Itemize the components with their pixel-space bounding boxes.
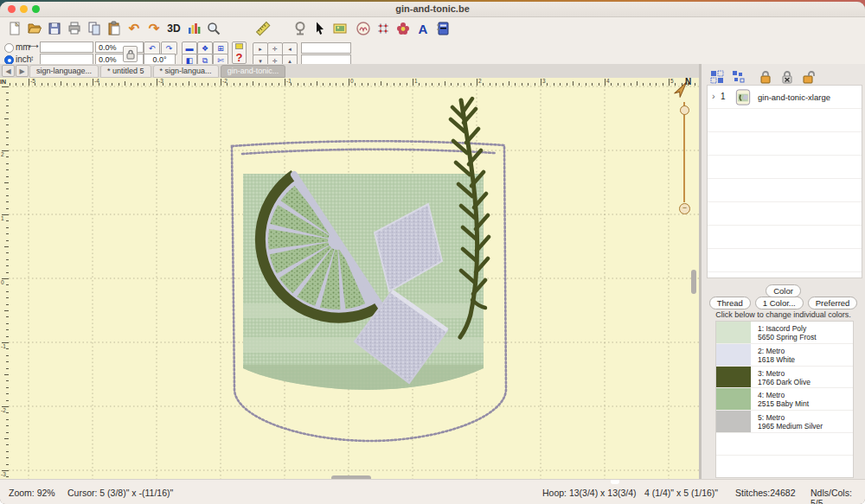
tab-3[interactable]: * sign-langua... [153, 65, 219, 78]
design-row-empty[interactable] [708, 249, 862, 272]
print-icon[interactable] [65, 19, 84, 38]
statusbar-notch [611, 480, 619, 484]
color-code: 1766 Dark Olive [758, 378, 811, 386]
lock-x-icon[interactable] [778, 69, 796, 85]
tab-scroll-left-button[interactable]: ◀ [2, 65, 15, 77]
new-document-icon[interactable] [5, 19, 24, 38]
design-row-empty[interactable] [708, 226, 862, 249]
group-objects-icon[interactable] [730, 69, 747, 85]
select-arrow-icon[interactable] [311, 19, 330, 38]
status-ndls: Ndls/Cols: 5/5 [811, 488, 865, 504]
unit-mm-radio[interactable] [4, 43, 14, 53]
canvas-svg [9, 86, 699, 482]
preferred-button[interactable]: Preferred [808, 297, 858, 309]
color-row-4[interactable]: 4: Metro2515 Baby Mint [716, 388, 853, 411]
window-title: gin-and-tonic.be [0, 3, 865, 14]
height-icon: ↕ [30, 54, 34, 62]
ruler-label: 3 [542, 78, 546, 84]
color-row-empty[interactable] [716, 433, 853, 456]
lettering-icon[interactable]: A [413, 19, 432, 38]
design-row-empty[interactable] [708, 109, 862, 132]
hoop-icon[interactable] [291, 19, 310, 38]
tab-4[interactable]: gin-and-tonic... [221, 65, 286, 78]
color-code: 5650 Spring Frost [758, 333, 817, 341]
status-cursor: Cursor: 5 (3/8)" x -(11/16)" [67, 488, 173, 498]
zoom-slider-handle[interactable] [680, 105, 689, 115]
transform-toolbar: mm ⟷ inch ↕ ↶ ↷ ▬ ❖ ⊞ ◧ ⧉ ✄ ? ▸ ✛ ◂ ▾ ✛ … [0, 40, 865, 65]
lock-icon[interactable] [757, 69, 774, 85]
design-list: ›1gin-and-tonic-xlarge [707, 85, 862, 278]
sequence-toolbar [708, 69, 822, 85]
ruler-label: -3 [1, 471, 6, 477]
paste-icon[interactable] [105, 19, 124, 38]
color-brand: 1: Isacord Poly [758, 324, 806, 333]
ruler-label: 1 [414, 78, 418, 84]
design-row-empty[interactable] [708, 156, 862, 179]
measure-icon[interactable] [253, 19, 272, 38]
right-panel: ›1gin-and-tonic-xlarge Color Thread 1 Co… [702, 64, 865, 480]
design-artwork[interactable] [232, 99, 506, 441]
color-swatch[interactable] [716, 344, 751, 366]
color-row-empty[interactable] [716, 456, 853, 478]
tab-2[interactable]: * untitled 5 [100, 65, 151, 78]
color-caption: Click below to change individual colors. [702, 310, 865, 319]
tab-scroll-right-button[interactable]: ▶ [16, 65, 29, 77]
main-toolbar: ↶ ↷ 3D A [0, 17, 865, 40]
compass-navigator[interactable]: N [670, 76, 695, 99]
design-row-empty[interactable] [708, 272, 862, 278]
mesh-quilting-icon[interactable] [374, 19, 393, 38]
thread-button[interactable]: Thread [709, 297, 751, 309]
undo-rotate-icon[interactable]: ↶ [125, 19, 144, 38]
position-x-field[interactable] [301, 42, 351, 54]
copy-icon[interactable] [85, 19, 104, 38]
color-brand: 3: Metro [758, 369, 785, 378]
color-row-1[interactable]: 1: Isacord Poly5650 Spring Frost [716, 322, 853, 344]
zoom-tool-icon[interactable] [204, 19, 223, 38]
color-list: 1: Isacord Poly5650 Spring Frost2: Metro… [715, 321, 854, 478]
color-swatch[interactable] [716, 388, 751, 410]
color-row-3[interactable]: 3: Metro1766 Dark Olive [716, 367, 853, 389]
lock-proportions-button[interactable] [123, 46, 138, 62]
compass-n-label: N [685, 77, 691, 86]
design-row-name: gin-and-tonic-xlarge [758, 93, 830, 102]
thread-colors-icon[interactable] [184, 19, 203, 38]
design-row-empty[interactable] [708, 179, 862, 202]
color-row-2[interactable]: 2: Metro1618 White [716, 344, 853, 367]
portfolio-icon[interactable] [330, 19, 349, 38]
title-bar[interactable]: gin-and-tonic.be [0, 2, 865, 17]
color-swatch[interactable] [716, 322, 751, 343]
one-color-button[interactable]: 1 Color... [755, 297, 804, 309]
vertical-scrollbar-thumb[interactable] [691, 270, 696, 294]
help-button[interactable]: ? [232, 41, 247, 64]
design-row-1[interactable]: ›1gin-and-tonic-xlarge [708, 86, 862, 109]
status-stitches: Stitches:24682 [735, 488, 795, 498]
view-3d-icon[interactable]: 3D [164, 19, 183, 38]
design-row-empty[interactable] [708, 202, 862, 226]
color-buttons: Thread 1 Color... Preferred [702, 297, 865, 309]
zoom-out-button[interactable]: − [679, 203, 690, 214]
ruler-unit-label: IN [0, 78, 9, 86]
color-row-5[interactable]: 5: Metro1965 Medium Silver [716, 411, 853, 433]
color-code: 1965 Medium Silver [758, 422, 823, 431]
status-size: 4 (1/4)" x 5 (1/16)" [644, 488, 718, 498]
sequence-view-icon[interactable] [708, 69, 726, 85]
redo-rotate-icon[interactable]: ↷ [144, 19, 163, 38]
open-icon[interactable] [25, 19, 44, 38]
unlock-icon[interactable] [800, 69, 817, 85]
zoom-slider-track[interactable] [683, 102, 685, 202]
color-tab-button[interactable]: Color [766, 284, 801, 297]
tab-1[interactable]: sign-language... [29, 65, 99, 78]
design-thumbnail [734, 87, 753, 111]
design-row-empty[interactable] [708, 132, 862, 156]
design-canvas[interactable] [9, 86, 699, 482]
ruler-label: 4 [606, 78, 610, 84]
unit-inch-label: inch [16, 54, 31, 64]
color-swatch[interactable] [716, 411, 751, 432]
address-doc-icon[interactable] [433, 19, 452, 38]
disclosure-icon[interactable]: › [712, 91, 715, 101]
save-icon[interactable] [45, 19, 64, 38]
color-swatch[interactable] [716, 367, 751, 388]
flower-monogram-icon[interactable] [394, 19, 413, 38]
width-value-field[interactable] [40, 41, 93, 53]
design-hoop-icon[interactable] [354, 19, 373, 38]
